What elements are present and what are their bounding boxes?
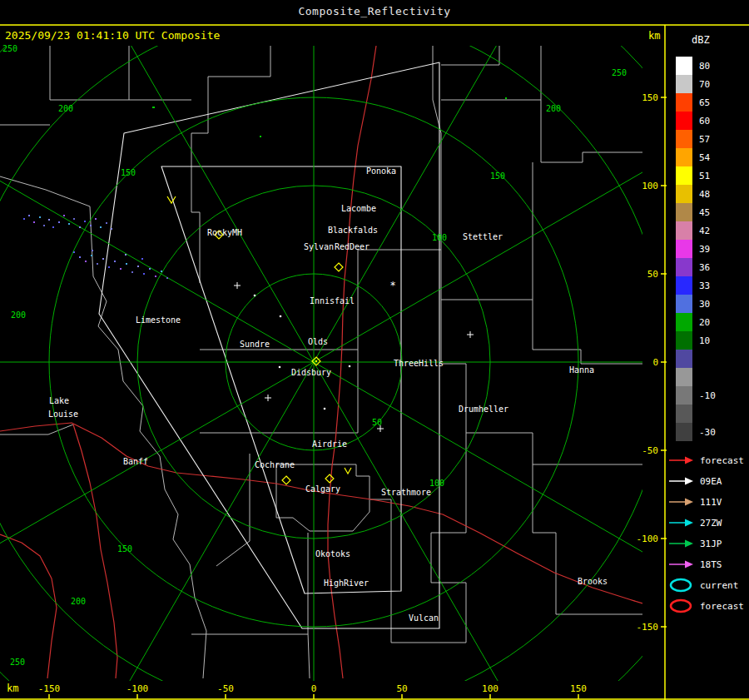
city-label: Strathmore [381, 488, 431, 497]
ring-distance-label: 200 [58, 104, 73, 113]
colorbar-swatch [676, 221, 692, 240]
legend-label: current [700, 580, 738, 591]
colorbar-swatch [676, 240, 692, 258]
colorbar-label: 80 [699, 61, 710, 72]
city-label: Innisfail [310, 296, 355, 305]
bottom-axis-label: 50 [396, 683, 407, 694]
colorbar-swatch [676, 295, 692, 313]
colorbar-swatch [676, 368, 692, 386]
colorbar-label: 65 [699, 97, 710, 108]
colorbar-unit-label: dBZ [692, 34, 710, 46]
ring-distance-label: 100 [429, 479, 444, 488]
ring-distance-label: 250 [2, 44, 17, 53]
city-label: Brooks [578, 577, 608, 586]
bottom-axis-label: 100 [482, 683, 499, 694]
ring-distance-label: 100 [432, 233, 447, 242]
colorbar-swatch [676, 148, 692, 166]
right-axis-label: -100 [637, 534, 659, 544]
ring-distance-label: 250 [612, 68, 627, 77]
city-label: Cochrane [255, 460, 295, 469]
right-axis-label: 50 [647, 269, 658, 280]
colorbar-swatch [676, 276, 692, 295]
colorbar-swatch [676, 405, 692, 423]
legend-label: 27ZW [700, 518, 722, 529]
colorbar-swatch [676, 57, 692, 75]
right-axis-label: -150 [637, 622, 659, 633]
colorbar-swatch [676, 331, 692, 350]
colorbar-swatch [676, 166, 692, 185]
colorbar-label: -10 [699, 390, 716, 401]
colorbar-label: 30 [699, 299, 710, 310]
colorbar-swatch [676, 386, 692, 405]
colorbar-swatch [676, 93, 692, 112]
colorbar-swatch [676, 185, 692, 203]
radar-map-canvas[interactable] [0, 46, 642, 681]
colorbar-label: 39 [699, 244, 710, 255]
window-title: Composite_Reflectivity [298, 5, 450, 17]
ring-distance-label: 150 [121, 168, 136, 177]
colorbar-swatch [676, 75, 692, 93]
legend-label: 09EA [700, 476, 722, 487]
city-label: Drumheller [459, 405, 508, 414]
city-label: Calgary [305, 484, 340, 494]
timestamp-label: 2025/09/23 01:41:10 UTC Composite [5, 29, 220, 42]
colorbar-swatch [676, 350, 692, 368]
right-axis-label: 100 [642, 181, 658, 191]
city-label: Lake [49, 396, 69, 405]
colorbar-swatch [676, 423, 692, 441]
radar-display: Composite_Reflectivity 2025/09/23 01:41:… [0, 0, 749, 700]
city-label: Sylvan [304, 242, 334, 251]
city-label: Sundre [240, 340, 270, 349]
legend-label: 111V [700, 497, 722, 508]
radar-window: Composite_Reflectivity 2025/09/23 01:41:… [0, 0, 749, 700]
colorbar-label: 60 [699, 116, 710, 127]
colorbar-label: 10 [699, 335, 710, 346]
colorbar-label: 42 [699, 226, 710, 236]
km-unit-top: km [648, 30, 660, 42]
ring-distance-label: 50 [372, 418, 382, 427]
bottom-axis-label: 0 [311, 683, 317, 694]
legend-label: 31JP [700, 539, 722, 549]
city-label: Louise [48, 410, 78, 419]
city-label: RockyMH [207, 228, 242, 237]
city-label: Didsbury [291, 368, 331, 377]
colorbar-label: 36 [699, 262, 710, 273]
radar-center-dot [315, 360, 317, 362]
colorbar-label: 70 [699, 79, 710, 90]
city-label: Lacombe [341, 204, 376, 213]
colorbar-swatch [676, 203, 692, 221]
bottom-axis-label: -50 [217, 683, 234, 694]
city-label: Hanna [569, 365, 594, 375]
colorbar-label: 45 [699, 207, 710, 218]
colorbar-swatch [676, 130, 692, 148]
legend-label: forecast [700, 455, 744, 466]
ring-distance-label: 200 [546, 104, 561, 113]
colorbar-swatch [676, 112, 692, 130]
ring-distance-label: 250 [10, 658, 25, 667]
colorbar-label: 54 [699, 152, 711, 163]
ring-distance-label: 200 [11, 310, 26, 320]
km-unit-bottom: km [7, 683, 18, 694]
ring-distance-label: 150 [490, 171, 505, 181]
city-label: ThreeHills [394, 359, 444, 368]
colorbar-label: 20 [699, 317, 710, 328]
city-label: Vulcan [409, 613, 439, 623]
ring-distance-label: 200 [71, 597, 86, 606]
city-label: Ponoka [366, 166, 396, 176]
colorbar-label: 33 [699, 280, 710, 291]
svg-text:*: * [389, 280, 395, 291]
city-label: Blackfalds [328, 226, 378, 235]
legend-label: 18TS [700, 559, 722, 570]
city-label: Okotoks [315, 549, 350, 559]
right-axis-label: 0 [652, 357, 658, 368]
city-label: HighRiver [324, 578, 369, 588]
city-label: Limestone [136, 315, 181, 325]
ring-distance-label: 150 [117, 544, 132, 554]
bottom-axis-label: -100 [126, 683, 149, 694]
city-label: Banff [123, 457, 148, 466]
colorbar-label: 57 [699, 134, 710, 145]
legend-label: forecast [700, 601, 744, 612]
bottom-axis-label: -150 [38, 683, 61, 694]
right-axis-label: 150 [642, 92, 658, 103]
colorbar-label: 51 [699, 171, 710, 181]
